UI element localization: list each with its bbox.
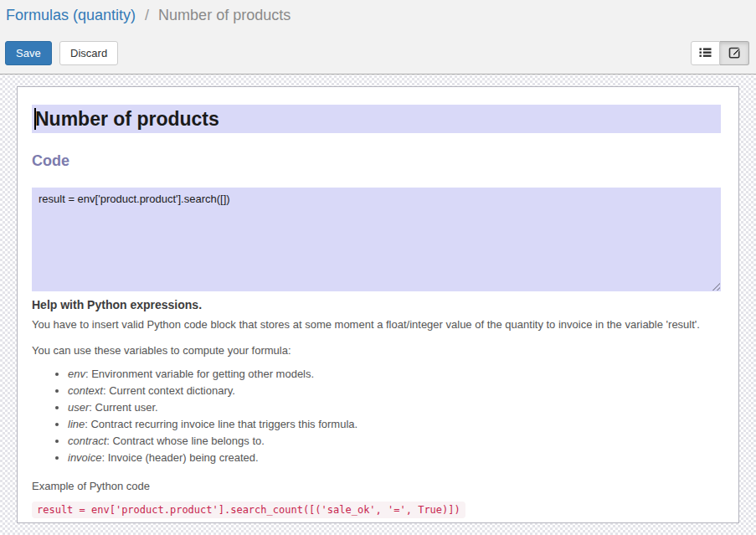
list-view-icon — [699, 46, 712, 61]
list-item: invoice: Invoice (header) being created. — [68, 451, 721, 464]
record-title-input[interactable] — [32, 105, 721, 133]
code-section-title: Code — [32, 152, 721, 170]
list-item: line: Contract recurring invoice line th… — [68, 418, 721, 430]
form-edit-icon — [728, 46, 741, 61]
variable-desc: : Contract recurring invoice line that t… — [85, 418, 357, 430]
list-item: env: Environment variable for getting ot… — [68, 368, 721, 380]
form-sheet: Code result = env['product.product'].sea… — [17, 86, 739, 523]
list-item: context: Current context dictionary. — [68, 384, 721, 397]
breadcrumb-separator: / — [145, 7, 149, 23]
variable-name: user — [68, 401, 89, 414]
variable-name: env — [68, 368, 85, 380]
example-label: Example of Python code — [32, 480, 721, 492]
help-paragraph-1: You have to insert valid Python code blo… — [32, 318, 721, 332]
toolbar: Save Discard — [5, 41, 118, 65]
code-textarea[interactable]: result = env['product.product'].search([… — [32, 188, 721, 291]
variable-name: contract — [68, 435, 106, 447]
list-item: contract: Contract whose line belongs to… — [68, 435, 721, 447]
save-button[interactable]: Save — [5, 41, 52, 65]
breadcrumb-parent-link[interactable]: Formulas (quantity) — [6, 7, 136, 23]
list-view-button[interactable] — [691, 41, 720, 65]
discard-button[interactable]: Discard — [59, 41, 118, 65]
variable-name: invoice — [68, 451, 101, 464]
help-heading: Help with Python expressions. — [32, 298, 721, 311]
variable-name: context — [68, 384, 103, 397]
breadcrumb-current: Number of products — [158, 7, 291, 23]
variables-list: env: Environment variable for getting ot… — [32, 368, 721, 464]
variable-desc: : Invoice (header) being created. — [101, 451, 258, 464]
variable-desc: : Current user. — [89, 401, 157, 414]
view-switcher — [691, 41, 749, 65]
record-title-field[interactable] — [32, 105, 721, 133]
control-panel: Formulas (quantity) / Number of products… — [0, 0, 756, 75]
form-view-button[interactable] — [720, 41, 749, 65]
breadcrumb: Formulas (quantity) / Number of products — [6, 7, 291, 24]
variable-desc: : Environment variable for getting other… — [85, 368, 314, 380]
variable-desc: : Contract whose line belongs to. — [106, 435, 265, 447]
list-item: user: Current user. — [68, 401, 721, 414]
text-caret — [34, 108, 36, 130]
code-field-wrap: result = env['product.product'].search([… — [32, 188, 721, 291]
variable-name: line — [68, 418, 85, 430]
help-paragraph-2: You can use these variables to compute y… — [32, 344, 721, 358]
example-code-snippet: result = env['product.product'].search_c… — [32, 502, 465, 518]
odoo-form-page: { "breadcrumb": { "parent": "Formulas (q… — [0, 0, 756, 535]
variable-desc: : Current context dictionary. — [103, 384, 235, 397]
